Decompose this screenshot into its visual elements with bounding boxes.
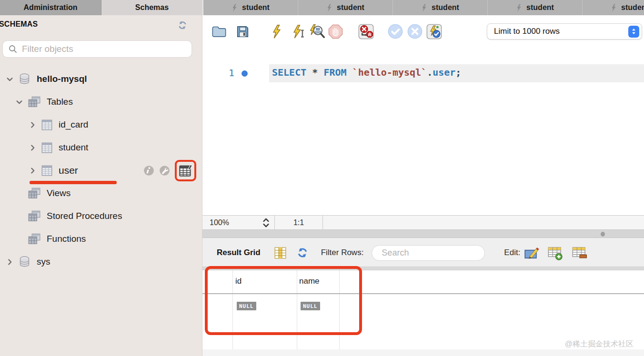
- watermark-text: @稀土掘金技术社区: [565, 339, 634, 349]
- lightning-icon: [326, 4, 332, 12]
- editor-tab-label: student: [242, 3, 270, 12]
- limit-rows-dropdown[interactable]: Limit to 1000 rows: [487, 23, 642, 40]
- editor-tab-label: student: [526, 3, 554, 12]
- tab-administration-label: Administration: [24, 3, 78, 12]
- editor-toolbar: Limit to 1000 rows: [202, 15, 644, 48]
- search-icon: [9, 45, 17, 53]
- tree-label: hello-mysql: [37, 74, 87, 84]
- views-folder-icon: [28, 187, 41, 199]
- filter-objects-box: [2, 40, 192, 58]
- chevron-right-icon[interactable]: [28, 166, 37, 175]
- open-table-edit-icon[interactable]: [178, 163, 193, 178]
- tree-item-hello-mysql[interactable]: hello-mysql: [0, 68, 202, 90]
- sql-keyword-from: FROM: [323, 67, 346, 78]
- tree-item-user[interactable]: user: [0, 159, 202, 182]
- result-search-box: [372, 245, 485, 261]
- editor-tab-student-5[interactable]: student: [583, 0, 644, 15]
- line-number: 1: [229, 67, 234, 79]
- table-icon: [41, 165, 53, 177]
- annotation-red-grid-box: [205, 266, 362, 335]
- tree-item-tables[interactable]: Tables: [0, 90, 202, 113]
- table-icon: [41, 142, 53, 154]
- sql-statement: SELECT * FROM `hello-mysql`.user;: [272, 67, 461, 78]
- delete-row-icon[interactable]: [571, 244, 587, 261]
- functions-folder-icon: [28, 233, 41, 245]
- tree-item-functions[interactable]: Functions: [0, 227, 202, 250]
- sql-semicolon: ;: [455, 67, 461, 78]
- explain-plan-icon[interactable]: [309, 23, 325, 40]
- insert-row-icon[interactable]: [547, 244, 563, 261]
- tab-schemas[interactable]: Schemas: [101, 0, 202, 15]
- result-grid-view-icon[interactable]: [272, 244, 289, 261]
- tree-item-stored-procedures[interactable]: Stored Procedures: [0, 205, 202, 227]
- sql-star: *: [306, 67, 323, 78]
- refresh-schemas-icon[interactable]: [177, 20, 188, 30]
- editor-tab-label: student: [621, 3, 644, 12]
- toggle-autocommit-icon[interactable]: [426, 23, 442, 40]
- tree-label: Views: [47, 188, 70, 198]
- tree-label: Tables: [47, 97, 73, 107]
- editor-tab-student-4[interactable]: student: [488, 0, 583, 15]
- sql-schema-ref: `hello-mysql`: [347, 67, 427, 78]
- execute-query-icon[interactable]: [269, 23, 285, 40]
- tree-label: Functions: [47, 234, 86, 244]
- editor-tab-student-2[interactable]: student: [298, 0, 393, 15]
- stop-query-icon[interactable]: [327, 23, 343, 40]
- result-search-input[interactable]: [382, 248, 492, 258]
- chevron-down-icon[interactable]: [5, 74, 14, 84]
- commit-icon[interactable]: [387, 23, 403, 40]
- tree-item-views[interactable]: Views: [0, 182, 202, 205]
- sql-code-area[interactable]: 1 SELECT * FROM `hello-mysql`.user;: [202, 48, 644, 215]
- tables-folder-icon: [28, 96, 41, 108]
- editor-tab-student-1[interactable]: student: [203, 0, 298, 15]
- refresh-results-icon[interactable]: [294, 244, 311, 261]
- table-icon: [41, 119, 53, 131]
- editor-status-bar: 100% 1:1: [202, 215, 644, 230]
- lightning-icon: [421, 4, 427, 12]
- stored-procedures-folder-icon: [28, 210, 41, 222]
- top-tab-bar: Administration Schemas student student s…: [0, 0, 644, 15]
- editor-tab-label: student: [337, 3, 364, 12]
- sidebar-tab-group: Administration Schemas: [0, 0, 202, 15]
- editor-tab-label: student: [432, 3, 459, 12]
- database-icon: [18, 73, 31, 86]
- chevron-right-icon[interactable]: [28, 120, 37, 129]
- editor-zoom-level: 100%: [210, 218, 262, 227]
- sql-dot: .: [427, 67, 433, 78]
- tree-item-student[interactable]: student: [0, 136, 202, 159]
- open-file-icon[interactable]: [211, 23, 227, 40]
- chevron-right-icon[interactable]: [28, 143, 37, 152]
- tree-label: id_card: [59, 119, 88, 130]
- edit-label: Edit:: [504, 248, 520, 257]
- rollback-icon[interactable]: [407, 23, 423, 40]
- tree-item-sys[interactable]: sys: [0, 250, 202, 273]
- tree-label: Stored Procedures: [47, 211, 122, 221]
- editor-ratio: 1:1: [293, 218, 304, 227]
- tree-label: student: [59, 142, 88, 153]
- tree-label: sys: [37, 257, 50, 267]
- chevron-down-icon[interactable]: [14, 97, 24, 107]
- sql-editor-panel: Limit to 1000 rows 1 SELECT * FROM `hell…: [202, 15, 644, 356]
- schema-tree: hello-mysql Tables id_card student u: [0, 68, 202, 273]
- filter-objects-input[interactable]: [22, 44, 186, 54]
- filter-rows-label: Filter Rows:: [321, 248, 364, 257]
- tab-administration[interactable]: Administration: [0, 0, 101, 15]
- panel-splitter[interactable]: [202, 230, 644, 238]
- save-file-icon[interactable]: [234, 23, 251, 40]
- tree-item-id_card[interactable]: id_card: [0, 113, 202, 136]
- chevron-right-icon[interactable]: [5, 257, 14, 267]
- result-grid-title: Result Grid: [217, 248, 261, 257]
- editor-tab-student-3[interactable]: student: [393, 0, 488, 15]
- table-maintenance-wrench-icon[interactable]: [159, 165, 170, 176]
- toggle-stop-on-error-icon[interactable]: [358, 23, 374, 40]
- zoom-stepper-icon[interactable]: [262, 218, 270, 228]
- sql-line-1: 1 SELECT * FROM `hello-mysql`.user;: [202, 64, 644, 82]
- sql-keyword-select: SELECT: [272, 67, 306, 78]
- mysql-workbench-window: Administration Schemas student student s…: [0, 0, 644, 356]
- table-info-icon[interactable]: [143, 165, 154, 176]
- execute-statement-icon[interactable]: [290, 23, 306, 40]
- sidebar-title: SCHEMAS: [0, 20, 38, 29]
- edit-record-pencil-icon[interactable]: [524, 244, 540, 261]
- lightning-icon: [516, 4, 522, 12]
- grid-row-stripe: [202, 349, 644, 356]
